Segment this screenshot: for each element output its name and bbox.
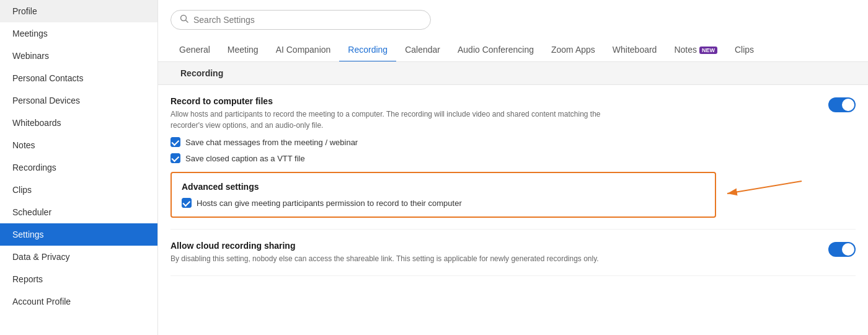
- arrow-svg: [715, 175, 814, 212]
- checkbox-label-0-0: Save chat messages from the meeting / we…: [185, 138, 358, 147]
- search-icon: [180, 14, 188, 25]
- checkbox-label-0-1: Save closed caption as a VTT file: [185, 154, 305, 163]
- sidebar-item-webinars[interactable]: Webinars: [0, 45, 157, 67]
- checkbox-0-0[interactable]: [170, 137, 180, 147]
- sidebar-item-profile[interactable]: Profile: [0, 0, 157, 22]
- setting-title-record-to-computer: Record to computer files: [170, 96, 716, 106]
- sidebar-item-account-profile[interactable]: Account Profile: [0, 290, 157, 313]
- toggle-record-to-computer[interactable]: [828, 97, 856, 112]
- setting-row-allow-cloud-sharing: Allow cloud recording sharingBy disablin…: [170, 230, 856, 276]
- advanced-checkbox-row-0: Hosts can give meeting participants perm…: [182, 198, 705, 208]
- setting-description-allow-cloud-sharing: By disabling this setting, nobody else c…: [170, 253, 604, 264]
- arrow-annotation: [715, 175, 814, 215]
- toggle-wrapper-record-to-computer: [828, 97, 856, 112]
- content-area: Recording Record to computer filesAllow …: [158, 62, 868, 335]
- sidebar-item-recordings[interactable]: Recordings: [0, 156, 157, 179]
- tabs-container: GeneralMeetingAI CompanionRecordingCalen…: [158, 38, 868, 62]
- search-bar-container: [158, 0, 868, 30]
- sidebar-item-notes[interactable]: Notes: [0, 134, 157, 156]
- search-input[interactable]: [193, 15, 422, 25]
- tab-recording[interactable]: Recording: [339, 38, 396, 62]
- sidebar-item-personal-contacts[interactable]: Personal Contacts: [0, 67, 157, 89]
- sidebar-item-whiteboards[interactable]: Whiteboards: [0, 112, 157, 134]
- tab-clips[interactable]: Clips: [726, 38, 763, 62]
- toggle-allow-cloud-sharing[interactable]: [828, 242, 856, 257]
- tab-ai-companion[interactable]: AI Companion: [267, 38, 340, 62]
- sidebar-item-personal-devices[interactable]: Personal Devices: [0, 89, 157, 112]
- advanced-settings-box: Advanced settingsHosts can give meeting …: [170, 172, 716, 218]
- sidebar: ProfileMeetingsWebinarsPersonal Contacts…: [0, 0, 158, 335]
- tab-audio-conferencing[interactable]: Audio Conferencing: [449, 38, 542, 62]
- setting-content-record-to-computer: Record to computer filesAllow hosts and …: [170, 96, 716, 218]
- tab-meeting[interactable]: Meeting: [219, 38, 267, 62]
- search-wrapper: [170, 10, 431, 30]
- setting-title-allow-cloud-sharing: Allow cloud recording sharing: [170, 241, 716, 251]
- setting-content-allow-cloud-sharing: Allow cloud recording sharingBy disablin…: [170, 241, 716, 264]
- sidebar-item-scheduler[interactable]: Scheduler: [0, 201, 157, 223]
- settings-list: Record to computer filesAllow hosts and …: [170, 85, 856, 276]
- advanced-checkbox-label-0: Hosts can give meeting participants perm…: [197, 199, 462, 208]
- section-header: Recording: [158, 62, 868, 85]
- sidebar-item-data-&-privacy[interactable]: Data & Privacy: [0, 246, 157, 268]
- advanced-checkbox-0[interactable]: [182, 198, 192, 208]
- advanced-settings-title: Advanced settings: [182, 182, 705, 192]
- checkbox-0-1[interactable]: [170, 153, 180, 163]
- checkbox-row-0-1: Save closed caption as a VTT file: [170, 153, 716, 163]
- toggle-wrapper-allow-cloud-sharing: [828, 242, 856, 257]
- tab-notes[interactable]: NotesNEW: [665, 38, 726, 62]
- svg-line-1: [186, 20, 188, 23]
- tab-whiteboard[interactable]: Whiteboard: [604, 38, 666, 62]
- setting-row-record-to-computer: Record to computer filesAllow hosts and …: [170, 85, 856, 230]
- svg-line-3: [727, 181, 802, 194]
- sidebar-item-settings[interactable]: Settings: [0, 223, 157, 246]
- tab-general[interactable]: General: [170, 38, 219, 62]
- main-content: GeneralMeetingAI CompanionRecordingCalen…: [158, 0, 868, 335]
- sidebar-item-reports[interactable]: Reports: [0, 268, 157, 290]
- tab-calendar[interactable]: Calendar: [396, 38, 449, 62]
- setting-description-record-to-computer: Allow hosts and participants to record t…: [170, 109, 604, 131]
- sidebar-item-clips[interactable]: Clips: [0, 179, 157, 201]
- checkbox-row-0-0: Save chat messages from the meeting / we…: [170, 137, 716, 147]
- sidebar-item-meetings[interactable]: Meetings: [0, 22, 157, 45]
- tab-zoom-apps[interactable]: Zoom Apps: [542, 38, 604, 62]
